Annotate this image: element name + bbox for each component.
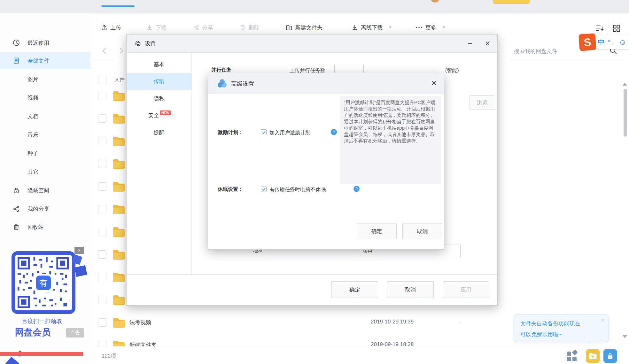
offline-download-button[interactable]: 离线下载 <box>352 21 392 34</box>
nav-forward-button[interactable] <box>117 46 125 56</box>
new-folder-button[interactable]: 新建文件夹 <box>286 21 322 34</box>
toast-close-icon[interactable]: ✕ <box>601 317 605 323</box>
row-checkbox[interactable] <box>98 273 106 281</box>
sogou-ime-bar[interactable]: S 中 °， ☺ <box>579 34 629 50</box>
gear-icon <box>135 40 141 47</box>
row-checkbox[interactable] <box>98 296 106 304</box>
incentive-checkbox-label[interactable]: 加入用户激励计划 <box>269 130 310 136</box>
settings-ok-button[interactable]: 确定 <box>331 281 378 298</box>
tab-reminder[interactable]: 提醒 <box>127 124 191 141</box>
settings-cancel-button[interactable]: 取消 <box>387 281 434 298</box>
folder-icon <box>113 204 125 214</box>
folder-icon <box>113 340 125 346</box>
storage-bar-track <box>0 352 84 356</box>
folder-icon <box>113 295 125 305</box>
search-input[interactable]: 搜索我的网盘文件 <box>514 48 557 55</box>
folder-icon <box>113 181 125 192</box>
row-checkbox[interactable] <box>98 228 106 236</box>
backup-toast[interactable]: 文件夹自动备份功能现在 可以免费试用啦~ ✕ <box>514 315 609 342</box>
delete-button[interactable]: 删除 <box>239 21 260 34</box>
scrollbar-thumb[interactable] <box>624 89 627 137</box>
sidebar-item-others[interactable]: 其它 <box>0 163 90 180</box>
scroll-up-arrow[interactable] <box>623 80 627 86</box>
tab-privacy[interactable]: 隐私 <box>127 90 191 107</box>
safe-lock-icon[interactable] <box>603 349 617 363</box>
help-icon[interactable]: ? <box>331 129 337 135</box>
sidebar-item-torrents[interactable]: 种子 <box>0 145 90 162</box>
row-checkbox[interactable] <box>98 137 106 145</box>
cutoff-vip-pill <box>493 0 530 4</box>
qr-ad-close-button[interactable]: ✕ <box>74 247 84 254</box>
row-checkbox[interactable] <box>98 205 106 213</box>
sleep-checkbox[interactable] <box>261 186 267 192</box>
sidebar-item-my-shares[interactable]: 我的分享 <box>0 201 90 217</box>
row-checkbox[interactable] <box>98 182 106 191</box>
tab-security[interactable]: 安全NEW <box>127 107 191 124</box>
file-date: 2019-10-29 19:39 <box>371 319 414 325</box>
settings-title: 设置 <box>145 40 156 47</box>
row-checkbox[interactable] <box>98 341 106 346</box>
sort-list-icon[interactable] <box>595 24 604 33</box>
sidebar-item-all-files[interactable]: 全部文件 <box>0 52 90 69</box>
incentive-checkbox[interactable] <box>261 129 267 135</box>
sidebar-item-pictures[interactable]: 图片 <box>0 71 90 87</box>
auto-backup-icon[interactable] <box>586 349 600 363</box>
sidebar-item-recycle-bin[interactable]: 回收站 <box>0 219 90 235</box>
sidebar-item-recent[interactable]: 最近使用 <box>0 34 90 51</box>
row-checkbox[interactable] <box>98 160 106 168</box>
ime-emoji-icon[interactable]: ☺ <box>619 38 627 47</box>
lock-icon <box>13 187 20 194</box>
file-name[interactable]: 新建文件夹 <box>129 341 157 346</box>
advanced-titlebar[interactable]: 高级设置 <box>208 73 444 94</box>
download-button[interactable]: 下载 <box>146 21 167 34</box>
row-checkbox[interactable] <box>98 92 106 100</box>
sidebar-item-music[interactable]: 音乐 <box>0 126 90 143</box>
apps-grid-icon[interactable] <box>566 350 579 362</box>
advanced-cancel-button[interactable]: 取消 <box>402 223 442 239</box>
file-list-icon <box>13 57 20 64</box>
file-date: 2019-09-19 18:28 <box>371 341 414 346</box>
row-checkbox[interactable] <box>98 250 106 259</box>
help-icon[interactable]: ? <box>353 186 360 192</box>
row-checkbox[interactable] <box>98 114 106 123</box>
select-all-checkbox[interactable] <box>98 76 106 84</box>
advanced-settings-dialog: 高级设置 “用户激励计划”是百度网盘为提升PC客户端用户体验而推出的一项活动。开… <box>208 73 444 250</box>
qr-ad-line1: 百度扫一扫领取 <box>0 317 84 325</box>
upload-button[interactable]: 上传 <box>101 21 121 34</box>
scroll-down-arrow[interactable] <box>623 335 627 340</box>
toast-line2: 可以免费试用啦~ <box>520 331 562 338</box>
nav-back-button[interactable] <box>100 46 109 56</box>
cutoff-avatar <box>431 0 439 3</box>
settings-apply-button[interactable]: 应用 <box>443 281 489 298</box>
advanced-ok-button[interactable]: 确定 <box>357 223 397 239</box>
file-list-header[interactable]: 文件 <box>114 76 125 83</box>
more-button[interactable]: 更多 <box>415 21 446 34</box>
grid-view-icon[interactable] <box>612 24 621 33</box>
incentive-label: 激励计划： <box>218 129 243 136</box>
close-icon[interactable] <box>484 39 492 48</box>
advanced-title: 高级设置 <box>231 80 254 87</box>
incentive-tooltip: “用户激励计划”是百度网盘为提升PC客户端用户体验而推出的一项活动。开启后根据用… <box>340 96 441 184</box>
share-icon <box>13 205 20 212</box>
settings-titlebar[interactable]: 设置 <box>127 34 497 53</box>
check-icon <box>262 130 266 134</box>
sidebar-item-videos[interactable]: 视频 <box>0 89 90 106</box>
toast-line1: 文件夹自动备份功能现在 <box>520 320 580 327</box>
ime-punctuation[interactable]: °， <box>608 39 616 46</box>
ime-mode-chinese[interactable]: 中 <box>598 37 605 47</box>
file-name[interactable]: 法考视频 <box>129 319 151 326</box>
offline-download-icon <box>352 24 358 31</box>
share-button[interactable]: 分享 <box>193 21 213 34</box>
sidebar-item-documents[interactable]: 文档 <box>0 108 90 125</box>
minimize-icon[interactable] <box>466 39 474 48</box>
share-icon <box>193 24 199 31</box>
browse-button[interactable]: 浏览 <box>470 95 495 110</box>
tab-transfer[interactable]: 传输 <box>127 73 191 90</box>
sleep-checkbox-label[interactable]: 有传输任务时电脑不休眠 <box>269 186 326 193</box>
qr-deco-cube <box>5 357 19 364</box>
sidebar-item-hidden-space[interactable]: 隐藏空间 <box>0 182 90 199</box>
tab-basic[interactable]: 基本 <box>127 56 191 73</box>
folder-icon <box>113 159 125 169</box>
close-icon[interactable] <box>430 79 438 87</box>
row-checkbox[interactable] <box>98 318 106 327</box>
